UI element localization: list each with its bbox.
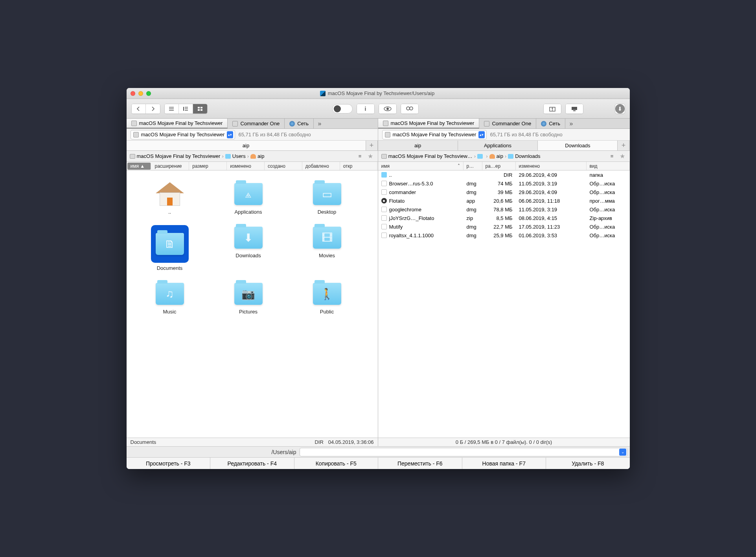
drive-tab[interactable]: Commander One bbox=[479, 119, 536, 128]
download-button[interactable]: ⬇ bbox=[615, 104, 625, 114]
icon-view-button[interactable] bbox=[193, 104, 207, 114]
chevron-down-icon[interactable]: ⌄ bbox=[619, 449, 626, 456]
drive-tab-label: Сеть bbox=[297, 121, 309, 126]
folder-tab[interactable]: aip bbox=[378, 141, 458, 150]
quicklook-button[interactable] bbox=[379, 104, 396, 114]
drive-tab[interactable]: macOS Mojave Final by Techsviewer bbox=[127, 119, 228, 128]
volume-select-right[interactable]: macOS Mojave Final by Techsviewer ▴▾ bbox=[382, 130, 487, 139]
forward-button[interactable] bbox=[146, 104, 160, 114]
path-input[interactable]: ⌄ bbox=[300, 448, 627, 456]
item-label: .. bbox=[168, 209, 171, 215]
file-row[interactable]: jJoYSrzG…_Flotatozip8,5 МБ08.06.2019, 4:… bbox=[378, 214, 630, 222]
breadcrumb-item[interactable]: macOS Mojave Final by Techsview… bbox=[381, 153, 473, 159]
column-добавлено[interactable]: добавлено bbox=[302, 162, 340, 170]
app-icon bbox=[381, 198, 387, 203]
info-button[interactable]: i bbox=[357, 104, 374, 114]
item-label: Public bbox=[320, 309, 334, 315]
column-откр[interactable]: откр bbox=[340, 162, 378, 170]
column-header[interactable]: изменено bbox=[516, 162, 587, 170]
column-размер[interactable]: размер bbox=[189, 162, 227, 170]
list-view-button[interactable] bbox=[165, 104, 179, 114]
column-header[interactable]: вид bbox=[587, 162, 630, 170]
archive-button[interactable] bbox=[544, 104, 561, 114]
file-row[interactable]: Mutifydmg22,7 МБ17.05.2019, 11:23Обр…иск… bbox=[378, 222, 630, 231]
more-tabs-button[interactable]: » bbox=[565, 120, 577, 127]
folder-item[interactable]: ♫Music bbox=[131, 278, 209, 318]
file-row[interactable]: Flotatoapp20,6 МБ06.06.2019, 11:18прог…м… bbox=[378, 196, 630, 205]
add-tab-button[interactable]: + bbox=[618, 141, 629, 150]
folder-icon: 🎞 bbox=[313, 227, 341, 249]
nav-group bbox=[131, 104, 160, 114]
favorite-button[interactable]: ★ bbox=[618, 152, 627, 160]
column-header[interactable]: ра…ер bbox=[482, 162, 516, 170]
breadcrumb-item[interactable] bbox=[477, 154, 484, 159]
favorite-button[interactable]: ★ bbox=[366, 152, 375, 160]
search-button[interactable] bbox=[401, 104, 418, 114]
fkey-button[interactable]: Копировать - F5 bbox=[294, 458, 379, 469]
file-row[interactable]: ..DIR29.06.2019, 4:09папка bbox=[378, 170, 630, 179]
folder-item[interactable]: ⬇Downloads bbox=[209, 222, 288, 274]
folder-item[interactable]: 🗎Documents bbox=[131, 222, 209, 274]
fold-icon bbox=[381, 172, 387, 178]
add-tab-button[interactable]: + bbox=[366, 141, 378, 150]
fkey-button[interactable]: Новая папка - F7 bbox=[462, 458, 546, 469]
svg-rect-4 bbox=[200, 109, 202, 111]
file-row[interactable]: commanderdmg39 МБ29.06.2019, 4:09Обр…иск… bbox=[378, 188, 630, 196]
drive-tab[interactable]: Сеть bbox=[285, 119, 314, 128]
breadcrumbs-right: macOS Mojave Final by Techsview…››aip›Do… bbox=[378, 151, 630, 162]
more-tabs-button[interactable]: » bbox=[314, 120, 326, 127]
status-date: 04.05.2019, 3:36:06 bbox=[328, 439, 374, 445]
column-расширение[interactable]: расширение bbox=[152, 162, 189, 170]
folder-tab[interactable]: Applications bbox=[458, 141, 538, 150]
folder-tab[interactable]: Downloads bbox=[538, 141, 618, 150]
column-header[interactable]: р… bbox=[464, 162, 482, 170]
folder-item[interactable]: .. bbox=[131, 178, 209, 218]
svg-rect-11 bbox=[573, 110, 576, 111]
menu-button[interactable]: ≡ bbox=[608, 153, 616, 159]
free-space-right: 65,71 ГБ из 84,48 ГБ свободно bbox=[490, 132, 562, 137]
content-right[interactable]: ..DIR29.06.2019, 4:09папкаBrowser…rus-5.… bbox=[378, 170, 630, 438]
column-header-right: имя˄р…ра…еризмененовид bbox=[378, 162, 630, 170]
file-ext: dmg bbox=[464, 233, 482, 238]
column-view-button[interactable] bbox=[179, 104, 193, 114]
menu-button[interactable]: ≡ bbox=[356, 153, 364, 159]
drive-tab[interactable]: macOS Mojave Final by Techsviewer bbox=[378, 119, 480, 128]
connect-button[interactable] bbox=[566, 104, 583, 114]
dual-pane-toggle[interactable] bbox=[332, 104, 353, 114]
close-button[interactable] bbox=[131, 91, 135, 96]
column-header[interactable]: имя˄ bbox=[378, 162, 464, 170]
folder-item[interactable]: 🎞Movies bbox=[288, 222, 366, 274]
fkey-button[interactable]: Переместить - F6 bbox=[378, 458, 462, 469]
drive-tab[interactable]: Сеть bbox=[536, 119, 565, 128]
file-kind: Обр…иска bbox=[587, 207, 630, 213]
breadcrumb-item[interactable]: macOS Mojave Final by Techsviewer bbox=[130, 153, 221, 159]
file-row[interactable]: googlechromedmg78,8 МБ11.05.2019, 3:19Об… bbox=[378, 205, 630, 214]
fkey-button[interactable]: Просмотреть - F3 bbox=[127, 458, 211, 469]
breadcrumb-label: macOS Mojave Final by Techsviewer bbox=[137, 153, 221, 159]
drive-tab[interactable]: Commander One bbox=[228, 119, 285, 128]
breadcrumb-item[interactable]: aip bbox=[489, 153, 503, 159]
folder-item[interactable]: 🚶Public bbox=[288, 278, 366, 318]
file-row[interactable]: royaltsx_4.1.1.1000dmg25,9 МБ01.06.2019,… bbox=[378, 231, 630, 240]
fkey-button[interactable]: Редактировать - F4 bbox=[210, 458, 294, 469]
column-создано[interactable]: создано bbox=[265, 162, 302, 170]
folder-tab[interactable]: aip bbox=[127, 141, 366, 150]
svg-rect-0 bbox=[183, 107, 184, 111]
volume-select-left[interactable]: macOS Mojave Final by Techsviewer ▴▾ bbox=[131, 130, 235, 139]
folder-item[interactable]: ⟁Applications bbox=[209, 178, 288, 218]
column-имя[interactable]: имя ▲ bbox=[127, 163, 151, 170]
minimize-button[interactable] bbox=[138, 91, 143, 96]
breadcrumb-item[interactable]: Downloads bbox=[508, 153, 540, 159]
breadcrumb-item[interactable]: aip bbox=[250, 153, 264, 159]
right-pane: macOS Mojave Final by TechsviewerCommand… bbox=[378, 119, 630, 446]
content-left[interactable]: ..⟁Applications▭Desktop🗎Documents⬇Downlo… bbox=[127, 170, 378, 438]
back-button[interactable] bbox=[132, 104, 146, 114]
folder-item[interactable]: 📷Pictures bbox=[209, 278, 288, 318]
fkey-button[interactable]: Удалить - F8 bbox=[546, 458, 630, 469]
column-изменено[interactable]: изменено bbox=[227, 162, 265, 170]
file-row[interactable]: Browser…rus-5.3.0dmg74 МБ11.05.2019, 3:1… bbox=[378, 179, 630, 188]
folder-item[interactable]: ▭Desktop bbox=[288, 178, 366, 218]
zoom-button[interactable] bbox=[146, 91, 151, 96]
file-date: 17.05.2019, 11:23 bbox=[516, 224, 587, 230]
breadcrumb-item[interactable]: Users bbox=[225, 153, 246, 159]
